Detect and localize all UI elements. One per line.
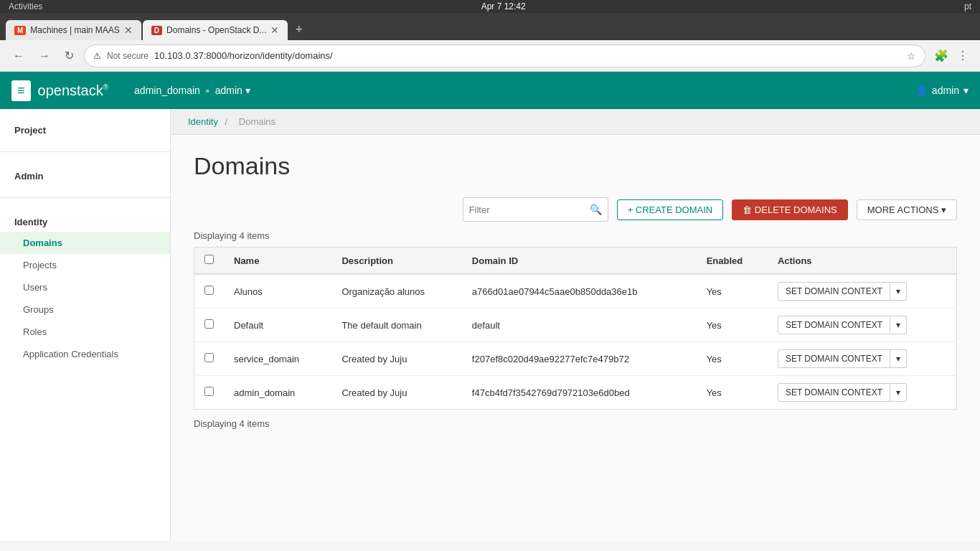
create-domain-button[interactable]: + CREATE DOMAIN (617, 199, 724, 220)
filter-icon: 🔍 (590, 204, 602, 215)
row1-domain-id: a766d01ae07944c5aae0b850dda36e1b (462, 274, 697, 309)
system-bar: Activities Apr 7 12:42 pt (0, 0, 980, 13)
toolbar: 🔍 + CREATE DOMAIN 🗑 DELETE DOMAINS MORE … (194, 197, 957, 222)
breadcrumb: Identity / Domains (171, 109, 980, 135)
row1-action-button[interactable]: SET DOMAIN CONTEXT (778, 282, 890, 301)
row2-action-button[interactable]: SET DOMAIN CONTEXT (778, 316, 890, 334)
system-locale: pt (964, 1, 971, 11)
breadcrumb-separator: / (225, 116, 228, 127)
browser-actions: 🧩 ⋮ (931, 46, 971, 65)
row3-action-dropdown[interactable]: ▾ (890, 349, 907, 368)
sidebar-divider-1 (0, 151, 170, 152)
app-header: ≡ openstack® admin_domain ■ admin ▾ 👤 ad… (0, 72, 980, 109)
row1-action-wrap: SET DOMAIN CONTEXT ▾ (778, 282, 946, 301)
row2-enabled: Yes (697, 309, 768, 342)
new-tab-button[interactable]: + (289, 19, 308, 40)
table-row: service_domain Created by Juju f207ef8c0… (194, 342, 957, 376)
delete-domains-button[interactable]: 🗑 DELETE DOMAINS (732, 199, 847, 220)
row2-action-wrap: SET DOMAIN CONTEXT ▾ (778, 316, 946, 334)
browser-tab-maas[interactable]: M Machines | main MAAS ✕ (6, 20, 141, 40)
extensions-icon[interactable]: 🧩 (931, 46, 951, 65)
sidebar-item-application-credentials[interactable]: Application Credentials (0, 343, 170, 365)
forward-button[interactable]: → (34, 47, 55, 65)
row3-name: service_domain (224, 342, 331, 376)
system-clock: Apr 7 12:42 (481, 1, 526, 11)
more-actions-button[interactable]: MORE ACTIONS ▾ (857, 199, 957, 220)
tab1-label: Machines | main MAAS (30, 25, 120, 35)
row1-actions: SET DOMAIN CONTEXT ▾ (768, 274, 957, 309)
row3-description: Created by Juju (331, 342, 461, 376)
row2-checkbox[interactable] (204, 319, 214, 329)
filter-input-wrap[interactable]: 🔍 (463, 197, 608, 222)
row1-name: Alunos (224, 274, 331, 309)
system-activities: Activities (9, 1, 42, 11)
th-enabled: Enabled (697, 248, 768, 275)
row3-action-button[interactable]: SET DOMAIN CONTEXT (778, 349, 890, 368)
sidebar-item-users[interactable]: Users (0, 276, 170, 298)
menu-icon[interactable]: ⋮ (954, 46, 971, 65)
table-row: Default The default domain default Yes S… (194, 309, 957, 342)
sidebar-item-domains[interactable]: Domains (0, 232, 170, 254)
row4-description: Created by Juju (331, 376, 461, 410)
sidebar-title-project[interactable]: Project (0, 118, 170, 140)
row2-name: Default (224, 309, 331, 342)
header-context: admin_domain ■ admin ▾ (134, 85, 250, 96)
sidebar-section-project: Project (0, 109, 170, 149)
row3-checkbox[interactable] (204, 353, 214, 362)
logo-box: ≡ (11, 80, 31, 101)
logo-text: openstack® (38, 83, 109, 99)
row1-checkbox[interactable] (204, 286, 214, 295)
browser-tabs: M Machines | main MAAS ✕ D Domains - Ope… (0, 13, 980, 40)
select-all-checkbox[interactable] (204, 255, 214, 264)
table-body: Alunos Organização alunos a766d01ae07944… (194, 274, 957, 410)
browser-chrome: Activities Apr 7 12:42 pt M Machines | m… (0, 0, 980, 72)
reload-button[interactable]: ↻ (60, 46, 78, 65)
sidebar-section-identity: Identity Domains Projects Users Groups R… (0, 201, 170, 374)
filter-input[interactable] (469, 204, 590, 215)
row3-checkbox-cell[interactable] (194, 342, 225, 376)
tab2-label: Domains - OpenStack D... (166, 25, 266, 35)
header-domain: admin_domain (134, 85, 200, 96)
header-user[interactable]: 👤 admin ▾ (915, 85, 969, 96)
breadcrumb-parent[interactable]: Identity (188, 116, 218, 127)
row2-action-dropdown[interactable]: ▾ (890, 316, 907, 334)
app-body: Project Admin Identity Domains Projects … (0, 109, 980, 541)
header-dropdown-arrow: ▾ (245, 85, 250, 96)
security-indicator: ⚠ (93, 51, 101, 61)
table-row: admin_domain Created by Juju f47cb4fd7f3… (194, 376, 957, 410)
th-domain-id: Domain ID (462, 248, 697, 275)
row4-checkbox-cell[interactable] (194, 376, 225, 410)
row4-checkbox[interactable] (204, 387, 214, 396)
tab2-icon: D (151, 26, 162, 35)
sidebar-title-identity[interactable]: Identity (0, 209, 170, 232)
page-title: Domains (194, 152, 957, 180)
security-label: Not secure (107, 51, 149, 61)
table-row: Alunos Organização alunos a766d01ae07944… (194, 274, 957, 309)
header-project-dropdown[interactable]: admin ▾ (215, 85, 250, 96)
content-area: Domains 🔍 + CREATE DOMAIN 🗑 DELETE DOMAI… (171, 135, 980, 452)
row2-actions: SET DOMAIN CONTEXT ▾ (768, 309, 957, 342)
th-name: Name (224, 248, 331, 275)
row4-action-dropdown[interactable]: ▾ (890, 383, 907, 402)
bookmark-icon[interactable]: ☆ (907, 50, 916, 62)
sidebar-item-groups[interactable]: Groups (0, 298, 170, 321)
sidebar-item-projects[interactable]: Projects (0, 254, 170, 276)
row2-checkbox-cell[interactable] (194, 309, 225, 342)
tab2-close[interactable]: ✕ (270, 24, 279, 36)
sidebar-item-roles[interactable]: Roles (0, 321, 170, 343)
sidebar-section-admin: Admin (0, 155, 170, 194)
row1-description: Organização alunos (331, 274, 461, 309)
row1-checkbox-cell[interactable] (194, 274, 225, 309)
tab1-close[interactable]: ✕ (124, 24, 133, 36)
address-bar[interactable]: ⚠ Not secure 10.103.0.37:8000/horizon/id… (84, 44, 925, 67)
tab1-icon: M (14, 26, 26, 35)
row4-enabled: Yes (697, 376, 768, 410)
browser-tab-openstack[interactable]: D Domains - OpenStack D... ✕ (143, 20, 288, 40)
th-select-all[interactable] (194, 248, 225, 275)
back-button[interactable]: ← (9, 47, 29, 65)
main-content: Identity / Domains Domains 🔍 + CREATE DO… (171, 109, 980, 541)
sidebar-title-admin[interactable]: Admin (0, 164, 170, 186)
row4-action-button[interactable]: SET DOMAIN CONTEXT (778, 383, 890, 402)
row4-name: admin_domain (224, 376, 331, 410)
row1-action-dropdown[interactable]: ▾ (890, 282, 907, 301)
